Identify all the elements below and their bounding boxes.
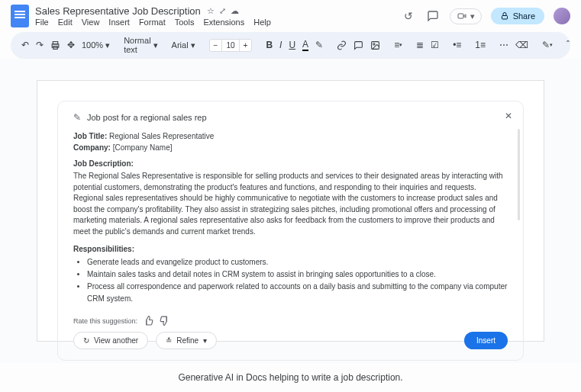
list-item: Maintain sales tasks and detail notes in… (87, 268, 508, 281)
clear-format-icon[interactable]: ⌫ (515, 38, 528, 52)
text-color-icon[interactable]: A (302, 38, 308, 52)
font-size-value[interactable]: 10 (221, 40, 239, 51)
star-icon[interactable]: ☆ (207, 6, 215, 16)
redo-icon[interactable]: ↷ (36, 38, 44, 52)
close-icon[interactable]: ✕ (505, 111, 512, 121)
refresh-icon: ↻ (83, 336, 89, 345)
job-title-value: Regional Sales Representative (109, 132, 214, 140)
line-spacing-icon[interactable]: ≣ (416, 38, 424, 52)
scrollbar[interactable] (518, 129, 520, 220)
history-icon[interactable]: ↺ (401, 8, 416, 24)
tune-icon: ≛ (166, 336, 172, 345)
increase-icon[interactable]: + (240, 40, 252, 51)
highlight-icon[interactable]: ✎ (315, 38, 323, 52)
zoom-dropdown[interactable]: 100%▾ (82, 40, 110, 50)
thumbs-up-icon[interactable] (144, 316, 153, 326)
svg-point-6 (373, 43, 375, 44)
refine-button[interactable]: ≛ Refine ▾ (156, 332, 217, 349)
menu-edit[interactable]: Edit (58, 18, 73, 27)
document-title[interactable]: Sales Representative Job Description (35, 5, 201, 17)
menu-tools[interactable]: Tools (175, 18, 195, 27)
job-description-label: Job Description: (73, 159, 508, 168)
insert-button[interactable]: Insert (464, 332, 508, 349)
share-label: Share (513, 11, 535, 21)
print-icon[interactable] (50, 38, 60, 52)
job-description-body: The Regional Sales Representative is res… (73, 171, 508, 237)
cloud-status-icon[interactable]: ☁ (231, 6, 239, 16)
job-title-label: Job Title: (73, 132, 107, 140)
style-dropdown[interactable]: Normal text▾ (124, 36, 157, 54)
company-value: [Company Name] (113, 143, 173, 152)
menu-file[interactable]: File (35, 18, 49, 27)
svg-rect-1 (502, 16, 507, 20)
app-header: Sales Representative Job Description ☆ ⤢… (0, 0, 581, 29)
bullet-list-icon[interactable]: •≡ (453, 38, 461, 52)
document-page[interactable]: ✕ ✎ Job post for a regional sales rep Jo… (37, 80, 544, 342)
underline-icon[interactable]: U (289, 38, 295, 52)
chevron-down-icon: ▾ (470, 11, 475, 21)
italic-icon[interactable]: I (279, 38, 282, 52)
undo-icon[interactable]: ↶ (21, 38, 29, 52)
image-icon[interactable] (370, 38, 380, 52)
toolbar: ↶ ↷ ✥ 100%▾ Normal text▾ Arial▾ − 10 + B… (11, 32, 570, 59)
responsibilities-label: Responsibilities: (73, 245, 508, 253)
rate-label: Rate this suggestion: (73, 317, 137, 325)
font-size-stepper[interactable]: − 10 + (209, 39, 253, 52)
avatar[interactable] (554, 8, 570, 24)
pencil-icon: ✎ (73, 112, 81, 123)
list-item: Process all correspondence and paperwork… (87, 281, 508, 305)
thumbs-down-icon[interactable] (160, 316, 169, 326)
workspace: ✕ ✎ Job post for a regional sales rep Jo… (0, 59, 581, 363)
more-icon[interactable]: ⋯ (499, 38, 508, 52)
company-label: Company: (73, 143, 111, 152)
paint-format-icon[interactable]: ✥ (67, 38, 75, 52)
comment-icon[interactable] (353, 38, 363, 52)
responsibilities-list: Generate leads and evangelize product to… (73, 256, 508, 305)
list-item: Generate leads and evangelize product to… (87, 256, 508, 268)
move-icon[interactable]: ⤢ (219, 6, 226, 16)
menu-bar: File Edit View Insert Format Tools Exten… (35, 18, 395, 27)
meet-button[interactable]: ▾ (450, 8, 482, 24)
comments-icon[interactable] (425, 8, 441, 24)
collapse-icon[interactable]: ˆ (566, 38, 570, 52)
docs-logo-icon[interactable] (11, 5, 29, 27)
font-dropdown[interactable]: Arial▾ (172, 40, 195, 50)
checklist-icon[interactable]: ☑ (431, 38, 439, 52)
menu-help[interactable]: Help (253, 18, 271, 27)
link-icon[interactable] (337, 38, 347, 52)
align-icon[interactable]: ≡▾ (394, 38, 402, 52)
decrease-icon[interactable]: − (210, 40, 222, 51)
svg-rect-0 (458, 14, 463, 18)
menu-extensions[interactable]: Extensions (203, 18, 244, 27)
menu-view[interactable]: View (82, 18, 100, 27)
ai-prompt-text: Job post for a regional sales rep (87, 113, 207, 122)
view-another-button[interactable]: ↻ View another (73, 332, 148, 349)
bold-icon[interactable]: B (266, 38, 273, 52)
editing-mode-icon[interactable]: ✎▾ (542, 38, 553, 52)
menu-insert[interactable]: Insert (108, 18, 130, 27)
chevron-down-icon: ▾ (203, 336, 207, 345)
share-button[interactable]: Share (491, 8, 544, 24)
caption-text: Generative AI in Docs helping to write a… (0, 363, 581, 392)
numbered-list-icon[interactable]: 1≡ (475, 38, 486, 52)
ai-suggestion-card: ✕ ✎ Job post for a regional sales rep Jo… (57, 101, 524, 361)
menu-format[interactable]: Format (139, 18, 166, 27)
